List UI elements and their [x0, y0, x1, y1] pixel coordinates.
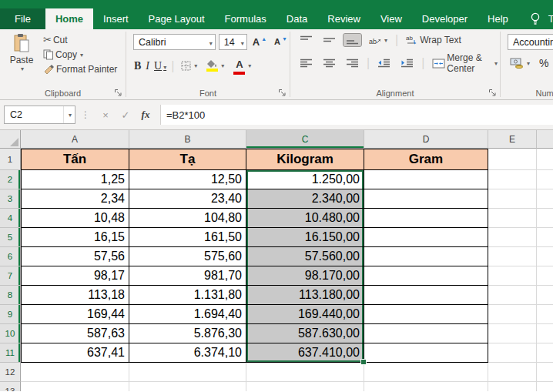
cell-A6[interactable]: 57,56	[21, 247, 129, 266]
cell-F3[interactable]	[537, 189, 553, 209]
column-header-D[interactable]: D	[364, 130, 488, 149]
cell-F7[interactable]	[537, 266, 553, 286]
enter-button[interactable]: ✓	[116, 109, 136, 121]
middle-align-button[interactable]	[320, 34, 338, 46]
bottom-align-button[interactable]	[344, 34, 361, 46]
cell-E12[interactable]	[488, 363, 537, 382]
cell-E7[interactable]	[488, 266, 537, 286]
tell-me-button[interactable]: Tell me	[529, 8, 553, 29]
number-format-combo[interactable]: Accounting	[508, 34, 553, 50]
tab-file[interactable]: File	[0, 8, 45, 29]
cell-B9[interactable]: 1.694,40	[129, 305, 246, 324]
cell-D13[interactable]	[364, 382, 488, 391]
cell-A9[interactable]: 169,44	[21, 305, 129, 324]
cell-F10[interactable]	[537, 324, 553, 343]
column-header-F[interactable]: F	[537, 130, 553, 149]
cell-B6[interactable]: 575,60	[129, 247, 246, 266]
increase-font-size-button[interactable]: A▲	[250, 36, 269, 48]
row-header-5[interactable]: 5	[0, 228, 21, 247]
cell-B13[interactable]	[129, 382, 246, 391]
cell-E2[interactable]	[488, 170, 537, 189]
cell-C1[interactable]: Kilogram	[246, 149, 364, 170]
row-header-8[interactable]: 8	[0, 286, 21, 305]
cell-D1[interactable]: Gram	[364, 149, 488, 170]
row-header-11[interactable]: 11	[0, 343, 21, 363]
underline-button[interactable]: U	[154, 60, 166, 72]
cell-F1[interactable]	[537, 149, 553, 170]
cell-D8[interactable]	[364, 286, 488, 305]
row-header-4[interactable]: 4	[0, 209, 21, 228]
cell-C2[interactable]: 1.250,00	[246, 170, 364, 189]
row-header-13[interactable]: 13	[0, 382, 21, 391]
tab-insert[interactable]: Insert	[93, 8, 139, 29]
row-header-9[interactable]: 9	[0, 305, 21, 324]
formula-input[interactable]: =B2*100	[160, 105, 553, 125]
cell-C9[interactable]: 169.440,00	[246, 305, 364, 324]
tab-data[interactable]: Data	[276, 8, 317, 29]
row-header-2[interactable]: 2	[0, 170, 21, 189]
column-header-A[interactable]: A	[21, 130, 129, 149]
italic-button[interactable]: I	[146, 60, 149, 72]
cell-D4[interactable]	[364, 209, 488, 228]
cell-F5[interactable]	[537, 228, 553, 247]
cell-F9[interactable]	[537, 305, 553, 324]
cell-F4[interactable]	[537, 209, 553, 228]
cell-C12[interactable]	[246, 363, 364, 382]
fill-handle[interactable]	[360, 359, 367, 365]
align-center-button[interactable]	[320, 57, 338, 69]
row-header-12[interactable]: 12	[0, 363, 21, 382]
cell-A5[interactable]: 16,15	[21, 228, 129, 247]
cell-A7[interactable]: 98,17	[21, 266, 129, 286]
cell-D9[interactable]	[364, 305, 488, 324]
bold-button[interactable]: B	[134, 60, 141, 72]
decrease-indent-button[interactable]	[375, 57, 393, 69]
cell-B8[interactable]: 1.131,80	[129, 286, 246, 305]
cell-A13[interactable]	[21, 382, 129, 391]
cell-F12[interactable]	[537, 363, 553, 382]
cell-A11[interactable]: 637,41	[21, 343, 129, 363]
cell-C13[interactable]	[246, 382, 364, 391]
cell-E8[interactable]	[488, 286, 537, 305]
cell-A8[interactable]: 113,18	[21, 286, 129, 305]
column-header-C[interactable]: C	[246, 130, 364, 149]
cell-A12[interactable]	[21, 363, 129, 382]
cut-button[interactable]: ✂ Cut	[42, 33, 119, 46]
cell-D10[interactable]	[364, 324, 488, 343]
cell-B10[interactable]: 5.876,30	[129, 324, 246, 343]
insert-function-button[interactable]: fx	[136, 109, 156, 121]
cell-B11[interactable]: 6.374,10	[129, 343, 246, 363]
font-name-combo[interactable]: Calibri	[133, 34, 216, 50]
accounting-format-button[interactable]	[508, 56, 532, 70]
cell-C4[interactable]: 10.480,00	[246, 209, 364, 228]
cell-F11[interactable]	[537, 343, 553, 363]
decrease-font-size-button[interactable]: A▼	[272, 36, 290, 48]
cell-D11[interactable]	[364, 343, 488, 363]
cell-D12[interactable]	[364, 363, 488, 382]
copy-button[interactable]: Copy	[42, 49, 119, 61]
cell-F8[interactable]	[537, 286, 553, 305]
cell-B1[interactable]: Tạ	[129, 149, 246, 170]
cell-C11[interactable]: 637.410,00	[246, 343, 364, 363]
cell-E5[interactable]	[488, 228, 537, 247]
cell-B5[interactable]: 161,50	[129, 228, 246, 247]
cell-C7[interactable]: 98.170,00	[246, 266, 364, 286]
format-painter-button[interactable]: Format Painter	[42, 63, 119, 75]
tab-review[interactable]: Review	[317, 8, 370, 29]
tab-formulas[interactable]: Formulas	[215, 8, 276, 29]
select-all-corner[interactable]	[0, 130, 21, 149]
row-header-10[interactable]: 10	[0, 324, 21, 343]
top-align-button[interactable]	[297, 34, 315, 46]
cell-F6[interactable]	[537, 247, 553, 266]
alignment-dialog-launcher-icon[interactable]	[488, 89, 497, 97]
align-right-button[interactable]	[344, 57, 361, 69]
cell-C6[interactable]: 57.560,00	[246, 247, 364, 266]
cell-E6[interactable]	[488, 247, 537, 266]
cell-C5[interactable]: 16.150,00	[246, 228, 364, 247]
name-box[interactable]: C2	[4, 106, 75, 124]
cell-F13[interactable]	[537, 382, 553, 391]
cell-D5[interactable]	[364, 228, 488, 247]
tab-help[interactable]: Help	[478, 8, 518, 29]
cell-D2[interactable]	[364, 170, 488, 189]
row-header-3[interactable]: 3	[0, 189, 21, 209]
cancel-button[interactable]: ×	[96, 109, 116, 121]
